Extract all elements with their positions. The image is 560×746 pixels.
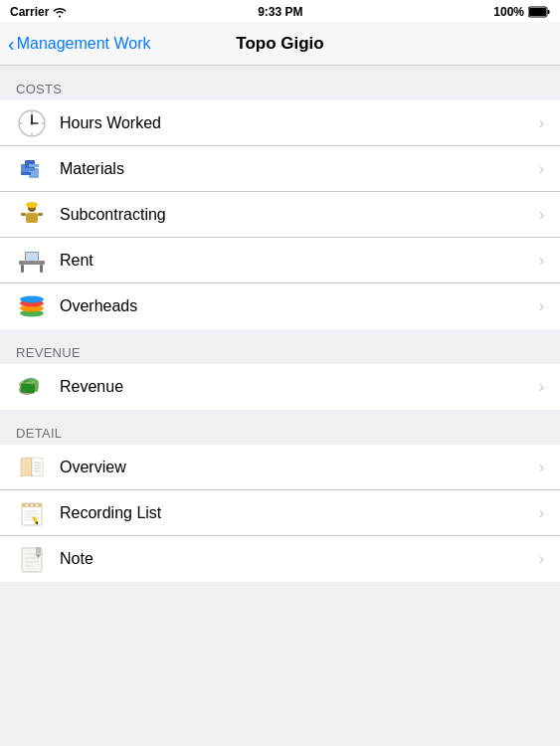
status-left: Carrier [10, 5, 67, 19]
revenue-section: Revenue › [0, 364, 560, 410]
bottom-gap [0, 582, 560, 746]
costs-gap [0, 66, 560, 74]
svg-rect-16 [29, 164, 39, 167]
svg-rect-23 [21, 265, 24, 273]
back-button[interactable]: ‹ Management Work [8, 34, 151, 54]
recording-list-row[interactable]: Recording List › [0, 490, 560, 536]
revenue-icon [16, 371, 48, 403]
overheads-label: Overheads [60, 297, 539, 315]
svg-rect-15 [25, 168, 35, 171]
svg-point-31 [20, 296, 44, 303]
subcontracting-row[interactable]: Subcontracting › [0, 192, 560, 238]
hours-worked-label: Hours Worked [60, 114, 539, 132]
svg-rect-24 [40, 265, 43, 273]
revenue-gap [0, 329, 560, 337]
costs-section: Hours Worked › Materials › [0, 100, 560, 329]
overview-chevron: › [539, 459, 544, 476]
note-label: Note [60, 550, 539, 568]
svg-rect-38 [21, 383, 36, 393]
hours-worked-icon [16, 107, 48, 139]
overheads-chevron: › [539, 297, 544, 315]
battery-icon [528, 6, 550, 18]
svg-rect-59 [36, 547, 41, 555]
svg-point-46 [31, 503, 34, 506]
status-bar: Carrier 9:33 PM 100% [0, 0, 560, 22]
revenue-section-header: REVENUE [0, 337, 560, 364]
back-chevron-icon: ‹ [8, 34, 15, 54]
battery-label: 100% [493, 5, 524, 19]
svg-rect-19 [21, 213, 26, 216]
svg-rect-1 [529, 8, 546, 16]
svg-rect-2 [547, 10, 549, 14]
costs-section-header: COSTS [0, 74, 560, 100]
note-row[interactable]: Note › [0, 536, 560, 582]
materials-icon [16, 153, 48, 185]
recording-list-label: Recording List [60, 504, 539, 522]
svg-rect-26 [26, 253, 38, 261]
wifi-icon [53, 6, 67, 18]
materials-row[interactable]: Materials › [0, 146, 560, 192]
overheads-row[interactable]: Overheads › [0, 283, 560, 329]
carrier-label: Carrier [10, 5, 49, 19]
svg-point-47 [36, 503, 39, 506]
rent-icon [16, 245, 48, 277]
hours-worked-row[interactable]: Hours Worked › [0, 100, 560, 146]
recording-list-chevron: › [539, 504, 544, 522]
overview-icon [16, 452, 48, 483]
detail-section: Overview › Recording Li [0, 445, 560, 582]
subcontracting-icon [16, 199, 48, 231]
overheads-icon [16, 290, 48, 322]
overview-row[interactable]: Overview › [0, 445, 560, 490]
materials-chevron: › [539, 160, 544, 178]
nav-title: Topo Gigio [236, 34, 323, 54]
svg-point-45 [26, 503, 29, 506]
svg-rect-18 [26, 213, 38, 223]
detail-section-header: DETAIL [0, 418, 560, 445]
svg-rect-27 [30, 261, 34, 263]
status-time: 9:33 PM [258, 5, 302, 19]
recording-list-icon [16, 497, 48, 529]
note-icon [16, 543, 48, 575]
revenue-chevron: › [539, 378, 544, 396]
revenue-label: Revenue [60, 378, 539, 396]
note-chevron: › [539, 550, 544, 568]
materials-label: Materials [60, 160, 539, 178]
revenue-row[interactable]: Revenue › [0, 364, 560, 410]
rent-row[interactable]: Rent › [0, 238, 560, 283]
overview-label: Overview [60, 459, 539, 476]
svg-rect-20 [38, 213, 43, 216]
rent-chevron: › [539, 252, 544, 270]
back-label: Management Work [17, 35, 151, 53]
hours-worked-chevron: › [539, 114, 544, 132]
subcontracting-label: Subcontracting [60, 206, 539, 224]
status-right: 100% [493, 5, 550, 19]
nav-bar: ‹ Management Work Topo Gigio [0, 22, 560, 66]
detail-gap [0, 410, 560, 418]
subcontracting-chevron: › [539, 206, 544, 224]
rent-label: Rent [60, 252, 539, 270]
svg-point-21 [26, 202, 38, 208]
svg-rect-14 [21, 172, 31, 175]
